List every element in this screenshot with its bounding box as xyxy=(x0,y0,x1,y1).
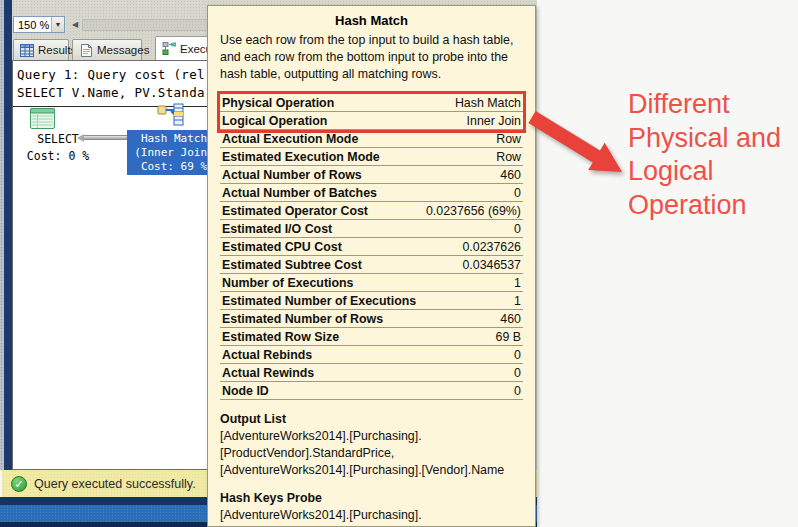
tooltip-row-value: Row xyxy=(496,150,521,164)
plan-connector-arrow xyxy=(83,135,129,140)
tab-messages-label: Messages xyxy=(97,44,149,56)
tooltip-row-label: Estimated Operator Cost xyxy=(222,204,368,218)
tooltip-row: Estimated Operator Cost0.0237656 (69%) xyxy=(220,202,523,220)
tooltip-row-value: 69 B xyxy=(496,330,522,344)
tooltip-row-label: Estimated I/O Cost xyxy=(222,222,332,236)
execution-plan-icon xyxy=(162,42,176,55)
messages-doc-icon xyxy=(79,44,93,57)
tooltip-row-label: Node ID xyxy=(222,384,269,398)
select-operator-icon[interactable] xyxy=(30,108,55,129)
operator-tooltip: Hash Match Use each row from the top inp… xyxy=(207,5,536,527)
tooltip-row-label: Estimated Row Size xyxy=(222,330,339,344)
tooltip-row-value: Row xyxy=(496,132,521,146)
tooltip-row: Logical OperationInner Join xyxy=(220,112,523,130)
zoom-dropdown[interactable]: 150 % ▼ xyxy=(13,16,65,33)
tooltip-rows: Physical OperationHash MatchLogical Oper… xyxy=(220,94,523,400)
tooltip-row: Estimated Execution ModeRow xyxy=(220,148,523,166)
tooltip-row-value: 1 xyxy=(514,276,521,290)
annotation-arrow-icon xyxy=(527,97,632,179)
hash-keys-probe-section: Hash Keys Probe [AdventureWorks2014].[Pu… xyxy=(220,490,523,527)
tooltip-row-value: 0 xyxy=(514,384,521,398)
tooltip-row-label: Actual Number of Rows xyxy=(222,168,362,182)
tooltip-row-value: 1 xyxy=(514,294,521,308)
tooltip-row-value: Hash Match xyxy=(455,96,521,110)
tooltip-row: Estimated I/O Cost0 xyxy=(220,220,523,238)
status-message: Query executed successfully. xyxy=(34,477,196,491)
tooltip-row: Estimated Row Size69 B xyxy=(220,328,523,346)
tooltip-row: Estimated Number of Executions1 xyxy=(220,292,523,310)
tooltip-row-label: Actual Number of Batches xyxy=(222,186,377,200)
tab-results[interactable]: Results xyxy=(13,39,69,60)
select-node-cost: Cost: 0 % xyxy=(13,148,103,165)
tooltip-row: Number of Executions1 xyxy=(220,274,523,292)
output-list-section: Output List [AdventureWorks2014].[Purcha… xyxy=(220,411,523,479)
window-splitter-strip xyxy=(4,0,12,470)
tooltip-row-label: Physical Operation xyxy=(222,96,334,110)
tooltip-row: Node ID0 xyxy=(220,382,523,400)
tooltip-row-value: 0.0346537 xyxy=(462,258,521,272)
tooltip-row: Estimated Number of Rows460 xyxy=(220,310,523,328)
tooltip-row-value: 0.0237656 (69%) xyxy=(426,204,521,218)
success-check-icon: ✓ xyxy=(11,476,27,492)
tooltip-row-label: Actual Rebinds xyxy=(222,348,312,362)
hash-match-operator-icon[interactable] xyxy=(157,103,184,126)
tooltip-row-value: 460 xyxy=(500,312,521,326)
tooltip-row: Estimated Subtree Cost0.0346537 xyxy=(220,256,523,274)
tooltip-row-value: Inner Join xyxy=(467,114,521,128)
scrollbar-left-arrow-icon[interactable]: ◀ xyxy=(69,18,81,31)
tooltip-title: Hash Match xyxy=(220,13,523,28)
annotation-text: Different Physical and Logical Operation xyxy=(628,88,796,222)
tooltip-row-label: Estimated Execution Mode xyxy=(222,150,380,164)
tooltip-row-label: Number of Executions xyxy=(222,276,354,290)
tooltip-row: Actual Number of Rows460 xyxy=(220,166,523,184)
tooltip-row: Physical OperationHash Match xyxy=(220,94,523,112)
hash-keys-probe-title: Hash Keys Probe xyxy=(220,490,523,507)
tooltip-row-label: Estimated CPU Cost xyxy=(222,240,342,254)
tooltip-row-value: 0.0237626 xyxy=(462,240,521,254)
tooltip-row-label: Actual Rewinds xyxy=(222,366,314,380)
tooltip-row-label: Estimated Subtree Cost xyxy=(222,258,362,272)
tooltip-row-value: 0 xyxy=(514,366,521,380)
tooltip-row: Actual Rewinds0 xyxy=(220,364,523,382)
tab-messages[interactable]: Messages xyxy=(72,39,142,60)
tooltip-row: Actual Rebinds0 xyxy=(220,346,523,364)
screenshot-root: 150 % ▼ ◀ Results xyxy=(0,0,798,527)
tooltip-row-value: 460 xyxy=(500,168,521,182)
output-list-title: Output List xyxy=(220,411,523,428)
tab-results-label: Results xyxy=(38,44,76,56)
tooltip-row: Estimated CPU Cost0.0237626 xyxy=(220,238,523,256)
tooltip-row-value: 0 xyxy=(514,348,521,362)
tooltip-row-label: Actual Execution Mode xyxy=(222,132,358,146)
tooltip-row-value: 0 xyxy=(514,222,521,236)
tooltip-row: Actual Execution ModeRow xyxy=(220,130,523,148)
tooltip-row-label: Logical Operation xyxy=(222,114,327,128)
hash-keys-probe-text: [AdventureWorks2014].[Purchasing].[Produ… xyxy=(220,507,523,527)
chevron-down-icon[interactable]: ▼ xyxy=(51,17,64,32)
tooltip-row-label: Estimated Number of Rows xyxy=(222,312,383,326)
results-grid-icon xyxy=(20,44,34,57)
tooltip-row: Actual Number of Batches0 xyxy=(220,184,523,202)
tooltip-row-label: Estimated Number of Executions xyxy=(222,294,416,308)
output-list-text: [AdventureWorks2014].[Purchasing].[Produ… xyxy=(220,428,523,479)
tooltip-description: Use each row from the top input to build… xyxy=(220,32,523,83)
tooltip-row-value: 0 xyxy=(514,186,521,200)
zoom-value: 150 % xyxy=(14,19,51,31)
